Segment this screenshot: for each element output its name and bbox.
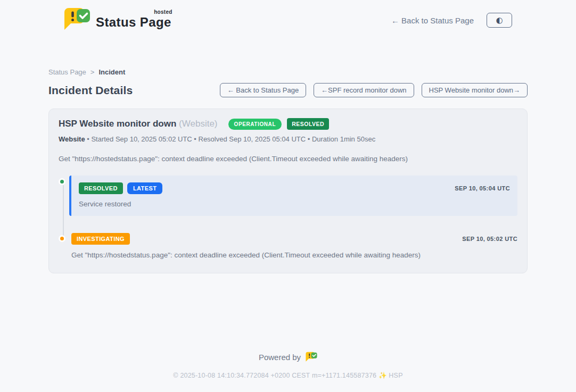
next-incident-button[interactable]: HSP Website monitor down→ — [422, 83, 528, 97]
statuspage-logo-icon — [64, 7, 90, 33]
page-title: Incident Details — [48, 84, 133, 97]
header-back-link[interactable]: ← Back to Status Page — [391, 16, 474, 25]
copyright-text: © 2025-10-08 14:10:34.772084 +0200 CEST … — [0, 371, 576, 379]
resolved-badge: RESOLVED — [79, 182, 123, 194]
incident-title-text: HSP Website monitor down — [59, 119, 176, 129]
timeline-update-header: RESOLVED LATEST SEP 10, 05:04 UTC — [79, 182, 510, 194]
timeline-dot-green — [59, 178, 65, 185]
incident-timeline: RESOLVED LATEST SEP 10, 05:04 UTC Servic… — [59, 176, 517, 259]
top-bar-right: ← Back to Status Page ◐ — [391, 13, 512, 28]
breadcrumb-incident: Incident — [98, 68, 125, 76]
timeline-message: Service restored — [79, 200, 510, 208]
page: Status Page hosted ← Back to Status Page… — [0, 0, 576, 392]
powered-by: Powered by — [0, 352, 576, 362]
breadcrumb-separator: > — [90, 68, 95, 76]
latest-badge: LATEST — [127, 182, 162, 194]
footer: Powered by © 2025-10-08 14:10:34.772084 … — [0, 352, 576, 392]
brand-wordmark: Status Page hosted — [96, 11, 172, 30]
timeline-update-box: RESOLVED LATEST SEP 10, 05:04 UTC Servic… — [69, 176, 517, 216]
top-bar: Status Page hosted ← Back to Status Page… — [0, 0, 576, 33]
half-circle-icon: ◐ — [496, 16, 503, 24]
timeline-message: Get "https://hostedstatus.page": context… — [71, 251, 517, 259]
powered-by-label: Powered by — [259, 353, 301, 362]
timeline-dot-orange — [59, 235, 65, 242]
timeline-timestamp: SEP 10, 05:02 UTC — [462, 236, 517, 242]
title-row: Incident Details ← Back to Status Page ←… — [48, 83, 528, 97]
timeline-item-resolved: RESOLVED LATEST SEP 10, 05:04 UTC Servic… — [59, 176, 517, 216]
incident-title: HSP Website monitor down (Website) — [59, 119, 218, 129]
timeline-update-header: INVESTIGATING SEP 10, 05:02 UTC — [71, 233, 517, 245]
incident-description: Get "https://hostedstatus.page": context… — [59, 155, 517, 163]
timeline-update-plain: INVESTIGATING SEP 10, 05:02 UTC Get "htt… — [71, 232, 517, 259]
timeline-item-investigating: INVESTIGATING SEP 10, 05:02 UTC Get "htt… — [59, 232, 517, 259]
timeline-connector-line — [63, 185, 64, 238]
top-bar-inner: Status Page hosted ← Back to Status Page… — [64, 7, 512, 33]
incident-component: (Website) — [179, 119, 217, 129]
brand-name: Status Page — [96, 15, 171, 29]
incident-meta-details: • Started Sep 10, 2025 05:02 UTC • Resol… — [85, 135, 376, 143]
resolved-state-badge: RESOLVED — [287, 118, 329, 130]
incident-card-header: HSP Website monitor down (Website) OPERA… — [59, 118, 517, 130]
breadcrumb-status-page[interactable]: Status Page — [48, 68, 86, 76]
statuspage-logo[interactable]: Status Page hosted — [64, 7, 172, 33]
investigating-badge: INVESTIGATING — [71, 233, 130, 245]
incident-meta-component: Website — [59, 135, 85, 143]
theme-toggle-button[interactable]: ◐ — [487, 13, 512, 28]
timeline-timestamp: SEP 10, 05:04 UTC — [455, 185, 510, 191]
incident-card: HSP Website monitor down (Website) OPERA… — [48, 109, 528, 273]
operational-status-pill: OPERATIONAL — [228, 119, 282, 130]
statuspage-mini-logo-icon[interactable] — [306, 352, 317, 362]
brand-superscript: hosted — [154, 9, 172, 15]
prev-incident-button[interactable]: ←SPF record monitor down — [314, 83, 414, 97]
back-to-status-page-button[interactable]: ← Back to Status Page — [220, 83, 306, 97]
incident-nav-buttons: ← Back to Status Page ←SPF record monito… — [220, 83, 528, 97]
main-content: Status Page > Incident Incident Details … — [48, 68, 528, 273]
breadcrumb: Status Page > Incident — [48, 68, 528, 76]
incident-meta: Website • Started Sep 10, 2025 05:02 UTC… — [59, 135, 517, 143]
